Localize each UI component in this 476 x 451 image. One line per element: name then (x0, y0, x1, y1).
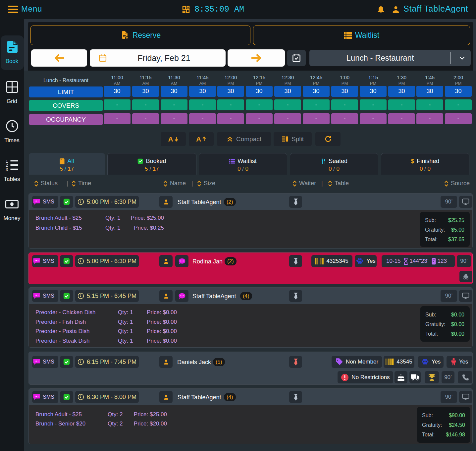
svg-text:3: 3 (6, 167, 8, 171)
